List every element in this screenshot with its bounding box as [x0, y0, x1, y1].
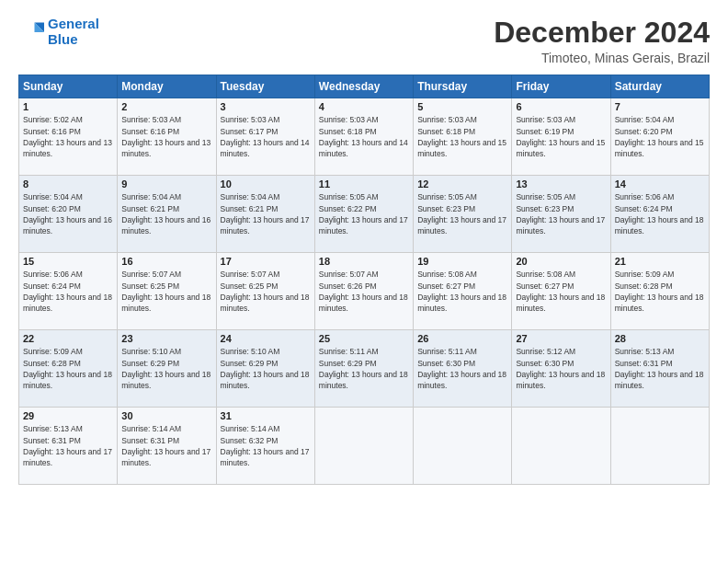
calendar-cell: 28 Sunrise: 5:13 AM Sunset: 6:31 PM Dayl…: [610, 330, 709, 408]
calendar-cell: 8 Sunrise: 5:04 AM Sunset: 6:20 PM Dayli…: [19, 176, 118, 253]
logo-blue: Blue: [48, 31, 78, 47]
day-number: 4: [319, 101, 409, 112]
day-number: 27: [516, 333, 606, 344]
day-info: Sunrise: 5:06 AM Sunset: 6:24 PM Dayligh…: [23, 269, 113, 314]
calendar-cell: 31 Sunrise: 5:14 AM Sunset: 6:32 PM Dayl…: [216, 408, 314, 485]
day-info: Sunrise: 5:03 AM Sunset: 6:18 PM Dayligh…: [319, 114, 409, 159]
calendar-cell: 30 Sunrise: 5:14 AM Sunset: 6:31 PM Dayl…: [118, 408, 216, 485]
day-info: Sunrise: 5:08 AM Sunset: 6:27 PM Dayligh…: [516, 269, 606, 314]
calendar-cell: 2 Sunrise: 5:03 AM Sunset: 6:16 PM Dayli…: [118, 98, 216, 176]
day-info: Sunrise: 5:14 AM Sunset: 6:31 PM Dayligh…: [121, 423, 211, 468]
day-info: Sunrise: 5:13 AM Sunset: 6:31 PM Dayligh…: [615, 346, 705, 391]
header-wednesday: Wednesday: [314, 75, 413, 98]
calendar-cell: [414, 408, 512, 485]
header-sunday: Sunday: [19, 75, 118, 98]
day-info: Sunrise: 5:11 AM Sunset: 6:29 PM Dayligh…: [319, 346, 409, 391]
day-number: 23: [121, 333, 211, 344]
logo-general: General: [48, 16, 99, 31]
day-info: Sunrise: 5:08 AM Sunset: 6:27 PM Dayligh…: [417, 269, 507, 314]
header-thursday: Thursday: [414, 75, 512, 98]
day-info: Sunrise: 5:07 AM Sunset: 6:26 PM Dayligh…: [319, 269, 409, 314]
week-row-1: 1 Sunrise: 5:02 AM Sunset: 6:16 PM Dayli…: [19, 98, 710, 176]
logo-text: General Blue: [48, 17, 99, 47]
day-info: Sunrise: 5:05 AM Sunset: 6:23 PM Dayligh…: [516, 191, 606, 236]
day-number: 30: [121, 410, 211, 421]
day-info: Sunrise: 5:04 AM Sunset: 6:20 PM Dayligh…: [23, 191, 113, 236]
day-info: Sunrise: 5:03 AM Sunset: 6:19 PM Dayligh…: [516, 114, 606, 159]
calendar-cell: 21 Sunrise: 5:09 AM Sunset: 6:28 PM Dayl…: [610, 253, 709, 330]
day-number: 6: [516, 101, 606, 112]
day-info: Sunrise: 5:04 AM Sunset: 6:21 PM Dayligh…: [121, 191, 211, 236]
header-monday: Monday: [118, 75, 216, 98]
header: General Blue December 2024 Timoteo, Mina…: [18, 17, 710, 65]
day-number: 24: [221, 333, 311, 344]
calendar-cell: 16 Sunrise: 5:07 AM Sunset: 6:25 PM Dayl…: [118, 253, 216, 330]
day-number: 14: [615, 178, 705, 190]
calendar-cell: 4 Sunrise: 5:03 AM Sunset: 6:18 PM Dayli…: [314, 98, 413, 176]
calendar-cell: 14 Sunrise: 5:06 AM Sunset: 6:24 PM Dayl…: [610, 176, 709, 253]
day-info: Sunrise: 5:12 AM Sunset: 6:30 PM Dayligh…: [516, 346, 606, 391]
calendar-cell: 9 Sunrise: 5:04 AM Sunset: 6:21 PM Dayli…: [118, 176, 216, 253]
day-number: 31: [221, 410, 311, 421]
calendar-cell: 20 Sunrise: 5:08 AM Sunset: 6:27 PM Dayl…: [512, 253, 610, 330]
day-info: Sunrise: 5:04 AM Sunset: 6:20 PM Dayligh…: [615, 114, 705, 159]
month-title: December 2024: [494, 17, 710, 49]
day-info: Sunrise: 5:09 AM Sunset: 6:28 PM Dayligh…: [615, 269, 705, 314]
day-info: Sunrise: 5:04 AM Sunset: 6:21 PM Dayligh…: [221, 191, 311, 236]
day-number: 29: [23, 410, 113, 421]
day-number: 3: [221, 101, 311, 112]
calendar-cell: 23 Sunrise: 5:10 AM Sunset: 6:29 PM Dayl…: [118, 330, 216, 408]
day-number: 21: [615, 256, 705, 267]
day-number: 25: [319, 333, 409, 344]
calendar-cell: 27 Sunrise: 5:12 AM Sunset: 6:30 PM Dayl…: [512, 330, 610, 408]
day-info: Sunrise: 5:05 AM Sunset: 6:22 PM Dayligh…: [319, 191, 409, 236]
day-number: 18: [319, 256, 409, 267]
weekday-header-row: Sunday Monday Tuesday Wednesday Thursday…: [19, 75, 710, 98]
calendar-cell: 1 Sunrise: 5:02 AM Sunset: 6:16 PM Dayli…: [19, 98, 118, 176]
calendar: Sunday Monday Tuesday Wednesday Thursday…: [18, 75, 710, 485]
day-number: 16: [121, 256, 211, 267]
calendar-cell: 6 Sunrise: 5:03 AM Sunset: 6:19 PM Dayli…: [512, 98, 610, 176]
calendar-cell: 3 Sunrise: 5:03 AM Sunset: 6:17 PM Dayli…: [216, 98, 314, 176]
calendar-cell: 24 Sunrise: 5:10 AM Sunset: 6:29 PM Dayl…: [216, 330, 314, 408]
day-info: Sunrise: 5:03 AM Sunset: 6:16 PM Dayligh…: [121, 114, 211, 159]
header-tuesday: Tuesday: [216, 75, 314, 98]
day-number: 12: [417, 178, 507, 190]
header-friday: Friday: [512, 75, 610, 98]
day-number: 17: [221, 256, 311, 267]
calendar-cell: 13 Sunrise: 5:05 AM Sunset: 6:23 PM Dayl…: [512, 176, 610, 253]
day-info: Sunrise: 5:10 AM Sunset: 6:29 PM Dayligh…: [221, 346, 311, 391]
day-number: 15: [23, 256, 113, 267]
day-info: Sunrise: 5:03 AM Sunset: 6:17 PM Dayligh…: [221, 114, 311, 159]
calendar-cell: 17 Sunrise: 5:07 AM Sunset: 6:25 PM Dayl…: [216, 253, 314, 330]
logo: General Blue: [18, 17, 99, 47]
calendar-cell: [512, 408, 610, 485]
day-number: 10: [221, 178, 311, 190]
day-number: 28: [615, 333, 705, 344]
week-row-4: 22 Sunrise: 5:09 AM Sunset: 6:28 PM Dayl…: [19, 330, 710, 408]
day-info: Sunrise: 5:09 AM Sunset: 6:28 PM Dayligh…: [23, 346, 113, 391]
week-row-5: 29 Sunrise: 5:13 AM Sunset: 6:31 PM Dayl…: [19, 408, 710, 485]
day-info: Sunrise: 5:13 AM Sunset: 6:31 PM Dayligh…: [23, 423, 113, 468]
calendar-cell: 5 Sunrise: 5:03 AM Sunset: 6:18 PM Dayli…: [414, 98, 512, 176]
day-number: 2: [121, 101, 211, 112]
calendar-cell: 26 Sunrise: 5:11 AM Sunset: 6:30 PM Dayl…: [414, 330, 512, 408]
day-number: 11: [319, 178, 409, 190]
day-number: 13: [516, 178, 606, 190]
day-info: Sunrise: 5:03 AM Sunset: 6:18 PM Dayligh…: [417, 114, 507, 159]
week-row-2: 8 Sunrise: 5:04 AM Sunset: 6:20 PM Dayli…: [19, 176, 710, 253]
calendar-cell: 11 Sunrise: 5:05 AM Sunset: 6:22 PM Dayl…: [314, 176, 413, 253]
calendar-cell: 10 Sunrise: 5:04 AM Sunset: 6:21 PM Dayl…: [216, 176, 314, 253]
calendar-cell: 7 Sunrise: 5:04 AM Sunset: 6:20 PM Dayli…: [610, 98, 709, 176]
day-info: Sunrise: 5:05 AM Sunset: 6:23 PM Dayligh…: [417, 191, 507, 236]
day-number: 7: [615, 101, 705, 112]
day-number: 19: [417, 256, 507, 267]
day-number: 5: [417, 101, 507, 112]
day-number: 22: [23, 333, 113, 344]
calendar-cell: 19 Sunrise: 5:08 AM Sunset: 6:27 PM Dayl…: [414, 253, 512, 330]
day-info: Sunrise: 5:07 AM Sunset: 6:25 PM Dayligh…: [121, 269, 211, 314]
header-saturday: Saturday: [610, 75, 709, 98]
day-number: 9: [121, 178, 211, 190]
day-info: Sunrise: 5:06 AM Sunset: 6:24 PM Dayligh…: [615, 191, 705, 236]
calendar-cell: 12 Sunrise: 5:05 AM Sunset: 6:23 PM Dayl…: [414, 176, 512, 253]
